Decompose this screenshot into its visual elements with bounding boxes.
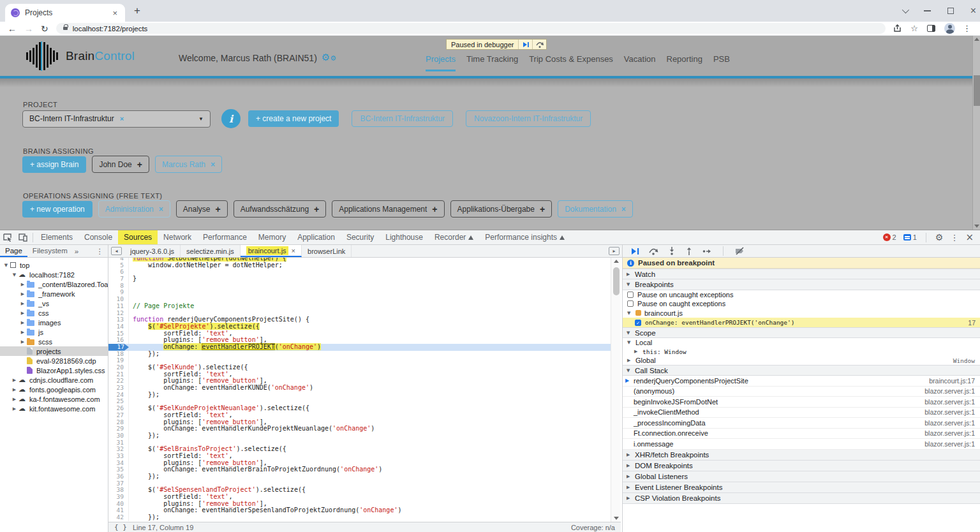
devtools-settings-icon[interactable]: ⚙ <box>935 232 944 242</box>
add-icon[interactable]: + <box>540 205 545 213</box>
file-tab-browserlink[interactable]: browserLink <box>302 245 352 257</box>
tree-item-projects[interactable]: projects <box>0 346 108 356</box>
devtools-tab-sources[interactable]: Sources <box>118 230 158 244</box>
call-stack-section-header[interactable]: ▼ Call Stack <box>623 365 980 376</box>
banner-step-over-icon[interactable] <box>532 40 546 49</box>
line-number[interactable]: 6 <box>108 269 129 276</box>
call-stack-frame[interactable]: i.onmessageblazor.server.js:1 <box>623 439 980 450</box>
errors-badge[interactable]: ×2 <box>883 233 896 241</box>
devtools-tab-network[interactable]: Network <box>158 230 197 244</box>
file-tab-jquery-3-6-0-js[interactable]: jquery-3.6.0.js <box>124 245 181 257</box>
forward-icon[interactable]: → <box>24 24 33 33</box>
chevron-right-icon[interactable]: ▶ <box>19 311 26 316</box>
chevron-right-icon[interactable]: ▶ <box>19 301 26 306</box>
line-number[interactable]: 7 <box>108 276 129 283</box>
tree-item-eval-92818569-cdp[interactable]: eval-92818569.cdp <box>0 356 108 366</box>
deactivate-breakpoints-icon[interactable] <box>735 247 745 255</box>
devtools-close-icon[interactable]: × <box>965 232 974 243</box>
remove-icon[interactable]: × <box>621 205 626 214</box>
tree-item--vs[interactable]: ▶_vs <box>0 299 108 308</box>
tree-item-css[interactable]: ▶css <box>0 308 108 318</box>
frame-location[interactable]: blazor.server.js:1 <box>924 440 975 448</box>
watch-section-header[interactable]: ▶ Watch <box>623 269 980 279</box>
section-header-xhr-fetch-breakpoints[interactable]: ▶XHR/fetch Breakpoints <box>623 450 980 461</box>
exception-checkbox-row[interactable]: Pause on uncaught exceptions <box>623 290 980 299</box>
devtools-tab-application[interactable]: Application <box>292 230 341 244</box>
chevron-right-icon[interactable]: ▶ <box>19 339 26 344</box>
devtools-tab-security[interactable]: Security <box>341 230 380 244</box>
chip-applications-management[interactable]: Applications Management+ <box>332 200 444 218</box>
call-stack-frame[interactable]: _processIncomingDatablazor.server.js:1 <box>623 418 980 429</box>
issues-badge[interactable]: 1 <box>903 233 917 241</box>
frame-location[interactable]: blazor.server.js:1 <box>924 398 975 406</box>
share-icon[interactable] <box>893 24 902 33</box>
chevron-right-icon[interactable]: ▶ <box>19 320 26 325</box>
frame-location[interactable]: blazor.server.js:1 <box>924 429 975 437</box>
info-icon[interactable]: i <box>221 109 241 128</box>
chip-dokumentation[interactable]: Dokumentation× <box>558 200 633 218</box>
tree-item-ka-f-fontawesome-com[interactable]: ▶☁ka-f.fontawesome.com <box>0 394 108 404</box>
frame-location[interactable]: blazor.server.js:1 <box>924 387 975 395</box>
add-icon[interactable]: + <box>314 205 319 213</box>
more-tabs-icon[interactable]: » <box>73 248 80 255</box>
assign-brain-button[interactable]: + assign Brain <box>22 156 86 173</box>
devtools-tab-recorder[interactable]: Recorder <box>429 230 479 244</box>
banner-resume-icon[interactable] <box>518 40 532 49</box>
tree-item-images[interactable]: ▶images <box>0 318 108 327</box>
scope-this[interactable]: ▶ this: Window <box>623 347 980 356</box>
call-stack-frame[interactable]: (anonymous)blazor.server.js:1 <box>623 387 980 397</box>
project-suggestion-button[interactable]: BC-Intern IT-Infrastruktur <box>352 110 453 127</box>
navigator-tab-filesystem[interactable]: Filesystem <box>27 245 73 257</box>
section-header-csp-violation-breakpoints[interactable]: ▶CSP Violation Breakpoints <box>623 493 980 504</box>
tree-item-js[interactable]: ▶js <box>0 327 108 337</box>
tree-item-localhost-7182[interactable]: ▼☁localhost:7182 <box>0 270 108 279</box>
nav-item-trip-costs-expenses[interactable]: Trip Costs & Expenses <box>529 54 613 71</box>
chevron-right-icon[interactable]: ▶ <box>19 282 26 287</box>
chevron-right-icon[interactable]: ▶ <box>19 330 26 335</box>
project-select[interactable]: BC-Intern IT-Infrastruktur × ▼ <box>22 110 211 128</box>
code-editor[interactable]: 4function SetDotNetHelper(dotNetHelper) … <box>108 258 611 522</box>
tab-scroll-left-icon[interactable]: ◂ <box>111 247 122 255</box>
chevron-right-icon[interactable]: ▶ <box>11 378 18 383</box>
remove-project-icon[interactable]: × <box>120 115 124 122</box>
browser-menu-icon[interactable]: ⋮ <box>963 24 971 33</box>
line-number[interactable]: 4 <box>108 258 129 262</box>
frame-location[interactable]: blazor.server.js:1 <box>924 419 975 427</box>
window-close-icon[interactable]: × <box>970 6 976 16</box>
chevron-right-icon[interactable]: ▶ <box>19 292 26 297</box>
add-icon[interactable]: + <box>215 205 220 213</box>
exception-checkbox-row[interactable]: Pause on caught exceptions <box>623 299 980 308</box>
scope-global[interactable]: ▶ Global Window <box>623 356 980 365</box>
line-number[interactable]: 42 <box>108 514 129 521</box>
profile-avatar[interactable] <box>944 23 955 34</box>
call-stack-frame[interactable]: _invokeClientMethodblazor.server.js:1 <box>623 408 980 418</box>
tab-search-icon[interactable] <box>902 6 909 13</box>
devtools-menu-icon[interactable]: ⋮ <box>950 233 958 242</box>
breakpoint-entry[interactable]: ✓ onChange: eventHandlerPROJEKT('onChang… <box>623 318 980 327</box>
line-number[interactable]: 11 <box>108 303 129 310</box>
close-tab-icon[interactable]: × <box>292 247 295 255</box>
device-toolbar-icon[interactable] <box>15 233 31 242</box>
scope-section-header[interactable]: ▼ Scope <box>623 327 980 338</box>
devtools-tab-memory[interactable]: Memory <box>253 230 292 244</box>
call-stack-frame[interactable]: Ft.connection.onreceiveblazor.server.js:… <box>623 429 980 440</box>
new-operation-button[interactable]: + new operation <box>22 201 93 218</box>
section-header-global-listeners[interactable]: ▶Global Listeners <box>623 471 980 482</box>
add-icon[interactable]: + <box>137 161 142 168</box>
chevron-right-icon[interactable]: ▶ <box>11 387 18 392</box>
create-project-button[interactable]: + create a new project <box>248 110 339 127</box>
navigator-menu-icon[interactable]: ⋮ <box>96 247 108 256</box>
devtools-tab-lighthouse[interactable]: Lighthouse <box>380 230 429 244</box>
call-stack-frame[interactable]: beginInvokeJSFromDotNetblazor.server.js:… <box>623 397 980 408</box>
frame-location[interactable]: braincourt.js:17 <box>929 377 975 385</box>
nav-item-projects[interactable]: Projects <box>426 54 456 71</box>
nav-item-reporting[interactable]: Reporting <box>667 54 702 71</box>
chip-marcus-rath[interactable]: Marcus Rath× <box>155 156 222 173</box>
tab-scroll-right-icon[interactable]: ▸ <box>609 247 620 255</box>
devtools-tab-elements[interactable]: Elements <box>35 230 78 244</box>
chevron-down-icon[interactable]: ▼ <box>3 263 10 268</box>
inspect-element-icon[interactable] <box>0 233 15 242</box>
reload-icon[interactable]: ↻ <box>41 24 48 33</box>
chip-applikations-bergabe[interactable]: Applikations-Übergabe+ <box>450 200 553 218</box>
nav-item-vacation[interactable]: Vacation <box>624 54 656 71</box>
